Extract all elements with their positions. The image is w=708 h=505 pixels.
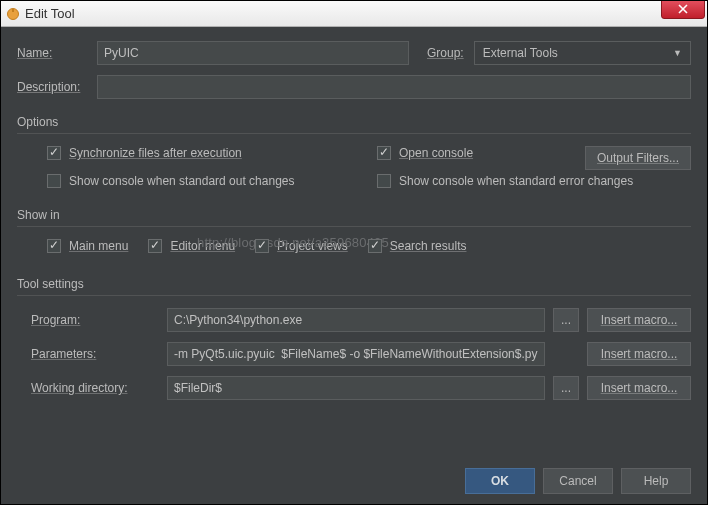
program-label: Program: — [31, 313, 159, 327]
dialog-content: Name: Group: External Tools ▼ Descriptio… — [1, 27, 707, 504]
search-results-checkbox[interactable]: Search results — [368, 239, 467, 253]
tool-settings-section: Tool settings Program: ... Insert macro.… — [17, 277, 691, 410]
sync-checkbox[interactable]: Synchronize files after execution — [47, 146, 377, 160]
app-icon — [5, 6, 21, 22]
titlebar: Edit Tool — [1, 1, 707, 27]
project-views-checkbox[interactable]: Project views — [255, 239, 348, 253]
checkbox-icon — [47, 174, 61, 188]
checkbox-icon — [255, 239, 269, 253]
name-label: Name: — [17, 46, 97, 60]
sync-label: Synchronize files after execution — [69, 146, 242, 160]
group-label: Group: — [427, 46, 464, 60]
close-button[interactable] — [661, 0, 705, 19]
svg-rect-1 — [12, 9, 14, 12]
options-section: Options Synchronize files after executio… — [17, 115, 691, 202]
name-input[interactable] — [97, 41, 409, 65]
editor-menu-checkbox[interactable]: Editor menu — [148, 239, 235, 253]
description-input[interactable] — [97, 75, 691, 99]
checkbox-icon — [377, 174, 391, 188]
editor-menu-label: Editor menu — [170, 239, 235, 253]
project-views-label: Project views — [277, 239, 348, 253]
cancel-button[interactable]: Cancel — [543, 468, 613, 494]
divider — [17, 133, 691, 134]
stdout-checkbox[interactable]: Show console when standard out changes — [47, 174, 377, 188]
workdir-insert-macro-button[interactable]: Insert macro... — [587, 376, 691, 400]
checkbox-icon — [377, 146, 391, 160]
workdir-label: Working directory: — [31, 381, 159, 395]
showin-title: Show in — [17, 208, 691, 222]
chevron-down-icon: ▼ — [673, 48, 682, 58]
options-title: Options — [17, 115, 691, 129]
parameters-insert-macro-button[interactable]: Insert macro... — [587, 342, 691, 366]
dialog-footer: OK Cancel Help — [17, 458, 691, 494]
divider — [17, 295, 691, 296]
checkbox-icon — [148, 239, 162, 253]
main-menu-checkbox[interactable]: Main menu — [47, 239, 128, 253]
output-filters-button[interactable]: Output Filters... — [585, 146, 691, 170]
search-results-label: Search results — [390, 239, 467, 253]
program-input[interactable] — [167, 308, 545, 332]
program-browse-button[interactable]: ... — [553, 308, 579, 332]
showin-section: Show in http://blog.csdn.net/a359680405 … — [17, 208, 691, 271]
program-insert-macro-button[interactable]: Insert macro... — [587, 308, 691, 332]
open-console-label: Open console — [399, 146, 473, 160]
group-select[interactable]: External Tools ▼ — [474, 41, 691, 65]
group-value: External Tools — [483, 46, 558, 60]
ok-button[interactable]: OK — [465, 468, 535, 494]
window-title: Edit Tool — [25, 6, 75, 21]
parameters-label: Parameters: — [31, 347, 159, 361]
description-label: Description: — [17, 80, 97, 94]
parameters-input[interactable] — [167, 342, 545, 366]
stderr-checkbox[interactable]: Show console when standard error changes — [377, 174, 691, 188]
checkbox-icon — [47, 146, 61, 160]
workdir-browse-button[interactable]: ... — [553, 376, 579, 400]
checkbox-icon — [47, 239, 61, 253]
workdir-input[interactable] — [167, 376, 545, 400]
checkbox-icon — [368, 239, 382, 253]
help-button[interactable]: Help — [621, 468, 691, 494]
stdout-label: Show console when standard out changes — [69, 174, 295, 188]
tool-settings-title: Tool settings — [17, 277, 691, 291]
main-menu-label: Main menu — [69, 239, 128, 253]
divider — [17, 226, 691, 227]
open-console-checkbox[interactable]: Open console — [377, 146, 537, 160]
stderr-label: Show console when standard error changes — [399, 174, 633, 188]
